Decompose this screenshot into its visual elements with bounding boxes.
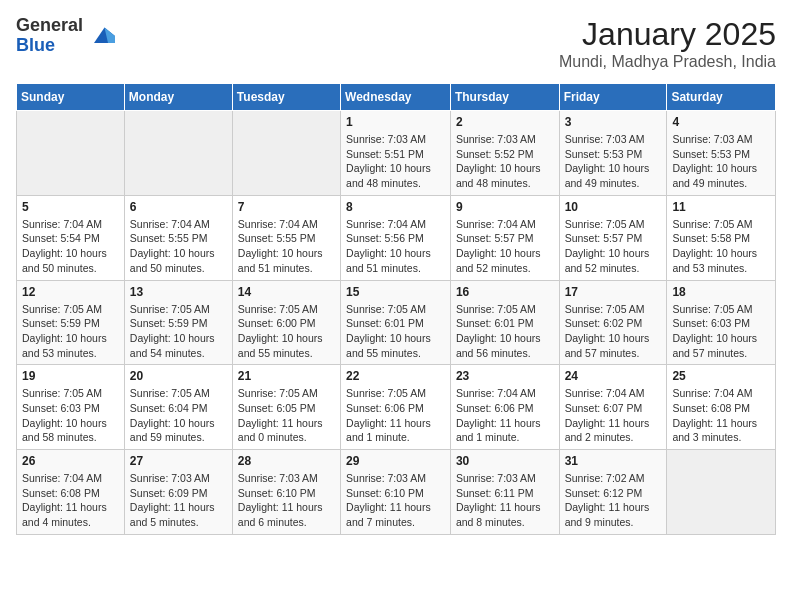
day-info: Sunrise: 7:04 AMSunset: 6:06 PMDaylight:… <box>456 386 554 445</box>
day-info: Sunrise: 7:02 AMSunset: 6:12 PMDaylight:… <box>565 471 662 530</box>
logo-icon <box>87 22 115 50</box>
day-number: 20 <box>130 369 227 383</box>
weekday-header-row: SundayMondayTuesdayWednesdayThursdayFrid… <box>17 84 776 111</box>
day-number: 24 <box>565 369 662 383</box>
day-number: 1 <box>346 115 445 129</box>
day-number: 26 <box>22 454 119 468</box>
day-number: 22 <box>346 369 445 383</box>
weekday-header: Tuesday <box>232 84 340 111</box>
day-number: 4 <box>672 115 770 129</box>
day-number: 11 <box>672 200 770 214</box>
calendar-cell: 29Sunrise: 7:03 AMSunset: 6:10 PMDayligh… <box>341 450 451 535</box>
calendar-cell: 25Sunrise: 7:04 AMSunset: 6:08 PMDayligh… <box>667 365 776 450</box>
day-number: 31 <box>565 454 662 468</box>
calendar-cell: 10Sunrise: 7:05 AMSunset: 5:57 PMDayligh… <box>559 195 667 280</box>
day-info: Sunrise: 7:05 AMSunset: 5:59 PMDaylight:… <box>22 302 119 361</box>
calendar-cell: 6Sunrise: 7:04 AMSunset: 5:55 PMDaylight… <box>124 195 232 280</box>
calendar-week-row: 1Sunrise: 7:03 AMSunset: 5:51 PMDaylight… <box>17 111 776 196</box>
day-info: Sunrise: 7:04 AMSunset: 5:54 PMDaylight:… <box>22 217 119 276</box>
day-info: Sunrise: 7:04 AMSunset: 5:55 PMDaylight:… <box>130 217 227 276</box>
calendar-cell: 26Sunrise: 7:04 AMSunset: 6:08 PMDayligh… <box>17 450 125 535</box>
day-info: Sunrise: 7:05 AMSunset: 6:02 PMDaylight:… <box>565 302 662 361</box>
day-number: 18 <box>672 285 770 299</box>
day-number: 17 <box>565 285 662 299</box>
calendar-cell: 28Sunrise: 7:03 AMSunset: 6:10 PMDayligh… <box>232 450 340 535</box>
calendar-cell: 19Sunrise: 7:05 AMSunset: 6:03 PMDayligh… <box>17 365 125 450</box>
calendar-week-row: 26Sunrise: 7:04 AMSunset: 6:08 PMDayligh… <box>17 450 776 535</box>
calendar-cell: 30Sunrise: 7:03 AMSunset: 6:11 PMDayligh… <box>450 450 559 535</box>
weekday-header: Monday <box>124 84 232 111</box>
day-number: 5 <box>22 200 119 214</box>
calendar-cell: 8Sunrise: 7:04 AMSunset: 5:56 PMDaylight… <box>341 195 451 280</box>
calendar-cell <box>667 450 776 535</box>
day-info: Sunrise: 7:04 AMSunset: 5:57 PMDaylight:… <box>456 217 554 276</box>
title-block: January 2025 Mundi, Madhya Pradesh, Indi… <box>559 16 776 71</box>
logo-general-text: General <box>16 16 83 36</box>
day-info: Sunrise: 7:04 AMSunset: 5:56 PMDaylight:… <box>346 217 445 276</box>
calendar-cell: 3Sunrise: 7:03 AMSunset: 5:53 PMDaylight… <box>559 111 667 196</box>
day-number: 9 <box>456 200 554 214</box>
calendar-cell: 5Sunrise: 7:04 AMSunset: 5:54 PMDaylight… <box>17 195 125 280</box>
calendar-cell: 18Sunrise: 7:05 AMSunset: 6:03 PMDayligh… <box>667 280 776 365</box>
day-info: Sunrise: 7:03 AMSunset: 5:53 PMDaylight:… <box>672 132 770 191</box>
day-info: Sunrise: 7:05 AMSunset: 5:59 PMDaylight:… <box>130 302 227 361</box>
day-number: 25 <box>672 369 770 383</box>
calendar-cell: 13Sunrise: 7:05 AMSunset: 5:59 PMDayligh… <box>124 280 232 365</box>
day-info: Sunrise: 7:05 AMSunset: 6:05 PMDaylight:… <box>238 386 335 445</box>
calendar-cell: 24Sunrise: 7:04 AMSunset: 6:07 PMDayligh… <box>559 365 667 450</box>
day-info: Sunrise: 7:04 AMSunset: 6:08 PMDaylight:… <box>672 386 770 445</box>
day-info: Sunrise: 7:03 AMSunset: 5:53 PMDaylight:… <box>565 132 662 191</box>
calendar-cell: 11Sunrise: 7:05 AMSunset: 5:58 PMDayligh… <box>667 195 776 280</box>
day-number: 30 <box>456 454 554 468</box>
day-info: Sunrise: 7:03 AMSunset: 5:51 PMDaylight:… <box>346 132 445 191</box>
day-number: 8 <box>346 200 445 214</box>
calendar-cell: 1Sunrise: 7:03 AMSunset: 5:51 PMDaylight… <box>341 111 451 196</box>
weekday-header: Saturday <box>667 84 776 111</box>
day-info: Sunrise: 7:05 AMSunset: 6:01 PMDaylight:… <box>456 302 554 361</box>
day-info: Sunrise: 7:03 AMSunset: 6:11 PMDaylight:… <box>456 471 554 530</box>
weekday-header: Sunday <box>17 84 125 111</box>
day-number: 23 <box>456 369 554 383</box>
day-info: Sunrise: 7:05 AMSunset: 6:04 PMDaylight:… <box>130 386 227 445</box>
location-title: Mundi, Madhya Pradesh, India <box>559 53 776 71</box>
calendar-cell <box>17 111 125 196</box>
day-number: 6 <box>130 200 227 214</box>
calendar-cell: 21Sunrise: 7:05 AMSunset: 6:05 PMDayligh… <box>232 365 340 450</box>
day-info: Sunrise: 7:05 AMSunset: 5:57 PMDaylight:… <box>565 217 662 276</box>
day-number: 15 <box>346 285 445 299</box>
calendar-cell: 4Sunrise: 7:03 AMSunset: 5:53 PMDaylight… <box>667 111 776 196</box>
day-number: 3 <box>565 115 662 129</box>
day-number: 21 <box>238 369 335 383</box>
calendar-week-row: 12Sunrise: 7:05 AMSunset: 5:59 PMDayligh… <box>17 280 776 365</box>
calendar-cell: 9Sunrise: 7:04 AMSunset: 5:57 PMDaylight… <box>450 195 559 280</box>
logo: General Blue <box>16 16 115 56</box>
day-info: Sunrise: 7:04 AMSunset: 6:08 PMDaylight:… <box>22 471 119 530</box>
calendar-cell <box>232 111 340 196</box>
page-header: General Blue January 2025 Mundi, Madhya … <box>16 16 776 71</box>
calendar-cell: 7Sunrise: 7:04 AMSunset: 5:55 PMDaylight… <box>232 195 340 280</box>
day-info: Sunrise: 7:04 AMSunset: 6:07 PMDaylight:… <box>565 386 662 445</box>
day-number: 10 <box>565 200 662 214</box>
calendar-cell: 17Sunrise: 7:05 AMSunset: 6:02 PMDayligh… <box>559 280 667 365</box>
calendar-week-row: 5Sunrise: 7:04 AMSunset: 5:54 PMDaylight… <box>17 195 776 280</box>
day-info: Sunrise: 7:03 AMSunset: 6:10 PMDaylight:… <box>238 471 335 530</box>
day-info: Sunrise: 7:04 AMSunset: 5:55 PMDaylight:… <box>238 217 335 276</box>
day-number: 27 <box>130 454 227 468</box>
day-number: 14 <box>238 285 335 299</box>
calendar-cell: 23Sunrise: 7:04 AMSunset: 6:06 PMDayligh… <box>450 365 559 450</box>
day-number: 13 <box>130 285 227 299</box>
calendar-cell: 12Sunrise: 7:05 AMSunset: 5:59 PMDayligh… <box>17 280 125 365</box>
calendar-week-row: 19Sunrise: 7:05 AMSunset: 6:03 PMDayligh… <box>17 365 776 450</box>
calendar-cell: 15Sunrise: 7:05 AMSunset: 6:01 PMDayligh… <box>341 280 451 365</box>
calendar-cell <box>124 111 232 196</box>
calendar-cell: 20Sunrise: 7:05 AMSunset: 6:04 PMDayligh… <box>124 365 232 450</box>
day-info: Sunrise: 7:03 AMSunset: 5:52 PMDaylight:… <box>456 132 554 191</box>
day-info: Sunrise: 7:05 AMSunset: 6:03 PMDaylight:… <box>672 302 770 361</box>
day-info: Sunrise: 7:05 AMSunset: 6:01 PMDaylight:… <box>346 302 445 361</box>
calendar-cell: 16Sunrise: 7:05 AMSunset: 6:01 PMDayligh… <box>450 280 559 365</box>
day-info: Sunrise: 7:05 AMSunset: 6:03 PMDaylight:… <box>22 386 119 445</box>
calendar-cell: 27Sunrise: 7:03 AMSunset: 6:09 PMDayligh… <box>124 450 232 535</box>
day-info: Sunrise: 7:05 AMSunset: 5:58 PMDaylight:… <box>672 217 770 276</box>
calendar-cell: 22Sunrise: 7:05 AMSunset: 6:06 PMDayligh… <box>341 365 451 450</box>
weekday-header: Wednesday <box>341 84 451 111</box>
